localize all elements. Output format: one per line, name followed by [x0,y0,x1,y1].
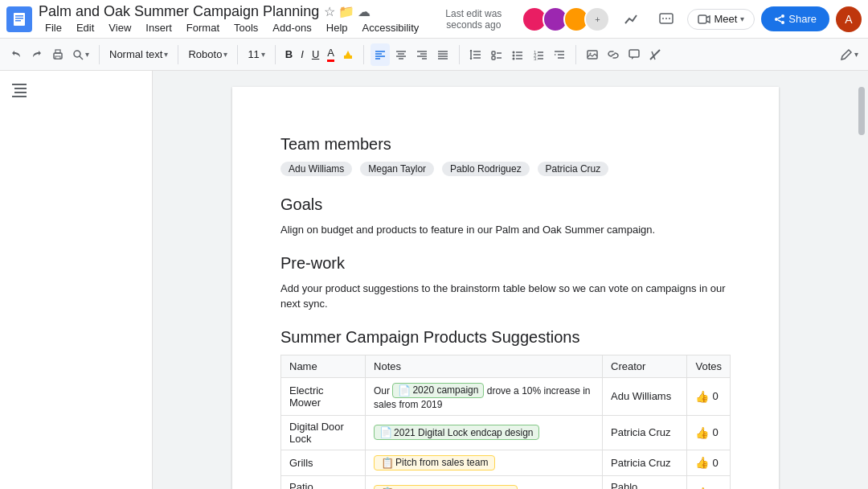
menu-addons[interactable]: Add-ons [266,20,317,35]
cell-name: Digital Door Lock [281,415,366,450]
pen-mode-button[interactable]: ▾ [837,43,862,66]
sep-7 [575,45,576,64]
user-avatar[interactable]: A [836,6,862,32]
menu-tools[interactable]: Tools [227,20,264,35]
undo-button[interactable] [6,43,26,66]
folder-icon[interactable]: 📁 [338,4,354,19]
svg-point-47 [512,54,514,56]
table-row: Patio Furniture 📋 Summer Furniture featu… [281,475,731,489]
comment-button[interactable] [624,43,644,66]
text-color-button[interactable]: A [324,43,338,66]
menu-file[interactable]: File [39,20,68,35]
svg-line-12 [778,17,781,18]
comments-button[interactable] [652,5,681,34]
top-right: + Meet ▾ Share A [522,5,862,34]
svg-point-61 [589,52,591,54]
meet-chevron: ▾ [740,14,744,23]
line-spacing-button[interactable] [466,43,485,66]
table-row: Electric Mower Our 📄 2020 campaign drove… [281,377,731,415]
avatar-overflow[interactable]: + [584,6,610,32]
align-left-button[interactable] [371,43,390,66]
menu-view[interactable]: View [102,20,137,35]
suggestions-table: Name Notes Creator Votes Electric Mower … [280,355,731,490]
menu-edit[interactable]: Edit [70,20,100,35]
doc-title-text[interactable]: Palm and Oak Summer Campaign Planning [39,3,319,20]
suggestions-title: Summer Campaign Products Suggestions [280,328,731,347]
clear-format-button[interactable] [645,43,665,66]
svg-marker-64 [632,57,634,60]
menu-insert[interactable]: Insert [139,20,178,35]
toolbar-format: B I U A [282,43,357,66]
zoom-chevron: ▾ [85,50,89,59]
svg-point-17 [74,51,80,57]
italic-button[interactable]: I [297,43,307,66]
cell-votes: 👍 0 [687,475,731,489]
svg-point-7 [669,18,670,19]
svg-point-5 [662,18,664,19]
link-button[interactable] [604,43,623,66]
svg-point-49 [512,57,514,60]
indent-button[interactable] [550,43,569,66]
right-panel [858,71,868,489]
cell-votes: 👍 0 [687,377,731,415]
svg-point-11 [775,18,778,21]
tag-pablo: Pablo Rodriguez [442,162,530,176]
checklist-button[interactable] [487,43,506,66]
toolbar: ▾ Normal text ▾ Roboto ▾ 11 ▾ B I U A [0,39,868,71]
numbered-list-button[interactable]: 1.2.3. [529,43,548,66]
menu-format[interactable]: Format [180,20,226,35]
avatar-group: + [522,6,610,32]
cell-notes: 📄 2021 Digital Lock endcap design [366,415,603,450]
left-panel [0,71,153,489]
bold-button[interactable]: B [282,43,296,66]
style-select[interactable]: Normal text ▾ [106,43,171,66]
svg-rect-41 [492,51,495,55]
svg-rect-66 [12,84,27,85]
svg-rect-2 [15,18,23,19]
svg-line-18 [80,56,83,60]
font-select[interactable]: Roboto ▾ [185,43,231,66]
doc-area[interactable]: Team members Adu Williams Megan Taylor P… [153,71,858,489]
image-button[interactable] [583,43,602,66]
star-icon[interactable]: ☆ [324,4,335,19]
cell-notes: Our 📄 2020 campaign drove a 10% increase… [366,377,603,415]
align-center-button[interactable] [391,43,411,66]
print-button[interactable] [48,43,68,66]
doc-title-icons: ☆ 📁 ☁ [324,4,371,19]
meet-button[interactable]: Meet ▾ [687,9,755,30]
team-members-title: Team members [280,135,731,154]
bullet-list-button[interactable] [508,43,527,66]
svg-rect-15 [55,50,60,53]
underline-button[interactable]: U [309,43,322,66]
align-right-button[interactable] [412,43,432,66]
svg-rect-69 [12,96,27,97]
menu-help[interactable]: Help [320,20,354,35]
svg-rect-67 [14,88,27,89]
svg-rect-3 [15,20,21,22]
redo-button[interactable] [27,43,47,66]
outline-icon[interactable] [10,80,142,104]
align-justify-button[interactable] [433,43,452,66]
style-chevron: ▾ [164,50,168,59]
share-button[interactable]: Share [761,6,829,31]
analytics-button[interactable] [616,5,645,34]
goals-title: Goals [280,195,731,214]
cell-notes: 📋 Summer Furniture features [366,475,603,489]
menu-accessibility[interactable]: Accessibility [356,20,426,35]
top-bar: Palm and Oak Summer Campaign Planning ☆ … [0,0,868,39]
doc-page: Team members Adu Williams Megan Taylor P… [232,87,779,489]
app-icon[interactable] [6,6,32,32]
doc-title: Palm and Oak Summer Campaign Planning ☆ … [39,3,425,20]
cell-name: Electric Mower [281,377,366,415]
sep-3 [237,45,238,64]
highlight-button[interactable] [339,43,357,66]
size-select[interactable]: 11 ▾ [244,43,268,66]
cloud-icon[interactable]: ☁ [358,4,371,19]
zoom-select[interactable]: ▾ [69,43,92,66]
toolbar-insert [583,43,665,66]
toolbar-align [371,43,452,66]
table-row: Digital Door Lock 📄 2021 Digital Lock en… [281,415,731,450]
menu-bar: File Edit View Insert Format Tools Add-o… [39,20,425,35]
svg-rect-8 [698,15,706,23]
goals-text: Align on budget and products to feature … [280,222,731,238]
